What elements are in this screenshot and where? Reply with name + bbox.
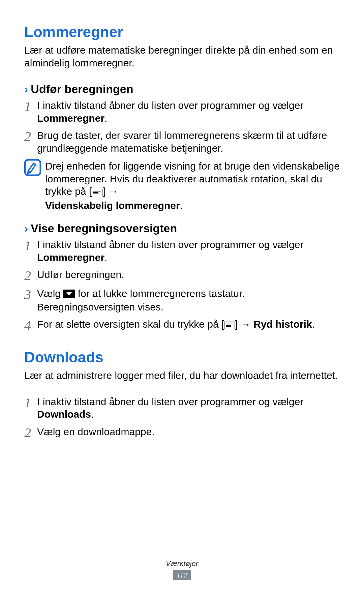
step-number: 3 — [24, 287, 37, 313]
step-number: 1 — [24, 395, 37, 421]
text-part: . — [180, 200, 183, 211]
step-text: I inaktiv tilstand åbner du listen over … — [37, 99, 340, 124]
note-text: Drej enheden for liggende visning for at… — [45, 159, 340, 212]
step-row: 1 I inaktiv tilstand åbner du listen ove… — [24, 238, 340, 264]
step-row: 2 Udfør beregningen. — [24, 268, 340, 282]
subheading-vise-text: Vise beregningsoversigten — [31, 222, 177, 235]
text-part: . — [104, 252, 107, 263]
subheading-vise: › Vise beregningsoversigten — [24, 222, 340, 235]
page-footer: Værktøjer 112 — [0, 559, 364, 580]
step-row: 1 I inaktiv tilstand åbner du listen ove… — [24, 395, 340, 421]
text-part: For at slette oversigten skal du trykke … — [37, 319, 224, 330]
text-part: ] → — [102, 186, 118, 197]
step-text: For at slette oversigten skal du trykke … — [37, 318, 340, 332]
step-text: Udfør beregningen. — [37, 268, 340, 282]
text-part: I inaktiv tilstand åbner du listen over … — [37, 396, 303, 407]
note-icon — [24, 159, 41, 176]
step-row: 2 Vælg en downloadmappe. — [24, 425, 340, 440]
subheading-udfor-text: Udfør beregningen — [31, 83, 133, 96]
step-text: I inaktiv tilstand åbner du listen over … — [37, 395, 340, 421]
svg-line-1 — [28, 171, 30, 173]
step-row: 3 Vælg for at lukke lommeregnerens tasta… — [24, 287, 340, 313]
bold-text: Lommeregner — [37, 252, 104, 263]
note-block: Drej enheden for liggende visning for at… — [24, 159, 340, 212]
text-part: ] → — [235, 319, 253, 330]
step-number: 1 — [24, 99, 37, 124]
footer-section-label: Værktøjer — [0, 559, 364, 568]
bold-text: Lommeregner — [37, 113, 104, 124]
step-text: Vælg en downloadmappe. — [37, 425, 340, 440]
step-number: 2 — [24, 268, 37, 282]
step-number: 1 — [24, 238, 37, 264]
step-row: 2 Brug de taster, der svarer til lommere… — [24, 129, 340, 154]
bold-text: Videnskabelig lommeregner — [45, 200, 180, 211]
step-number: 2 — [24, 129, 37, 154]
menu-icon — [92, 186, 102, 199]
heading-downloads: Downloads — [24, 349, 340, 366]
subheading-udfor: › Udfør beregningen — [24, 83, 340, 96]
step-text: Vælg for at lukke lommeregnerens tastatu… — [37, 287, 340, 313]
step-number: 4 — [24, 318, 37, 332]
page-number: 112 — [173, 570, 190, 580]
text-part: . — [104, 113, 107, 124]
chevron-right-icon: › — [24, 222, 28, 235]
bold-text: Ryd historik — [253, 319, 312, 330]
text-part: . — [312, 319, 315, 330]
intro-downloads: Lær at administrere logger med filer, du… — [24, 369, 340, 382]
intro-lommeregner: Lær at udføre matematiske beregninger di… — [24, 44, 340, 69]
bold-text: Downloads — [37, 409, 91, 420]
dropdown-down-icon — [63, 288, 75, 301]
step-row: 4 For at slette oversigten skal du trykk… — [24, 318, 340, 332]
heading-lommeregner: Lommeregner — [24, 24, 340, 40]
text-part: I inaktiv tilstand åbner du listen over … — [37, 239, 303, 250]
text-part: Vælg — [37, 288, 63, 299]
step-text: I inaktiv tilstand åbner du listen over … — [37, 238, 340, 264]
menu-icon — [224, 319, 235, 332]
text-part: I inaktiv tilstand åbner du listen over … — [37, 100, 303, 111]
text-part: Drej enheden for liggende visning for at… — [45, 160, 340, 197]
step-text: Brug de taster, der svarer til lommeregn… — [37, 129, 340, 154]
step-number: 2 — [24, 425, 37, 440]
chevron-right-icon: › — [24, 83, 28, 96]
step-row: 1 I inaktiv tilstand åbner du listen ove… — [24, 99, 340, 124]
text-part: . — [91, 409, 94, 420]
